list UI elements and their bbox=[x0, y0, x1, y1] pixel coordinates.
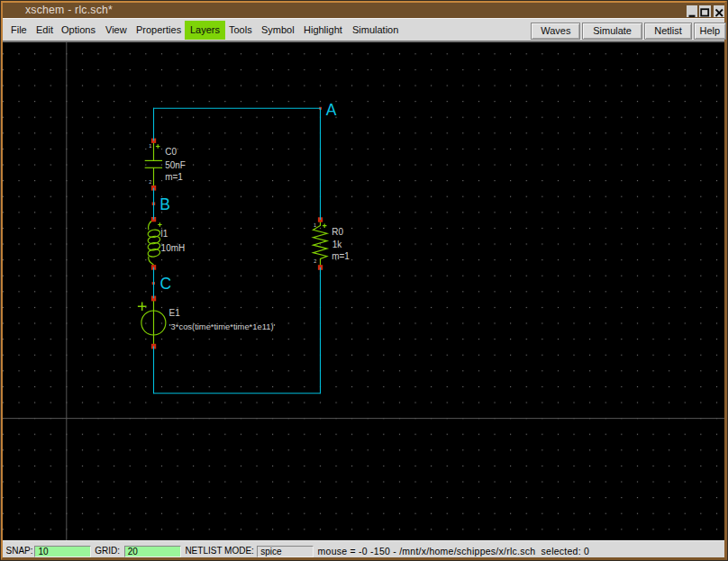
svg-text:1: 1 bbox=[149, 143, 151, 149]
svg-text:1: 1 bbox=[314, 222, 316, 228]
svg-text:2: 2 bbox=[314, 258, 316, 264]
svg-text:C0: C0 bbox=[165, 147, 177, 157]
svg-text:l1: l1 bbox=[161, 229, 168, 239]
svg-text:A: A bbox=[326, 101, 337, 119]
svg-text:10mH: 10mH bbox=[161, 243, 186, 253]
svg-text:B: B bbox=[159, 195, 170, 213]
svg-text:R0: R0 bbox=[332, 227, 343, 237]
svg-text:E1: E1 bbox=[169, 308, 181, 318]
svg-text:'3*cos(time*time*time*1e11)': '3*cos(time*time*time*1e11)' bbox=[169, 321, 276, 331]
svg-text:m=1: m=1 bbox=[165, 172, 183, 182]
svg-text:1k: 1k bbox=[332, 240, 343, 249]
svg-text:50nF: 50nF bbox=[165, 160, 186, 170]
svg-text:m=1: m=1 bbox=[332, 251, 350, 261]
svg-text:C: C bbox=[159, 275, 171, 293]
svg-text:2: 2 bbox=[149, 179, 151, 185]
